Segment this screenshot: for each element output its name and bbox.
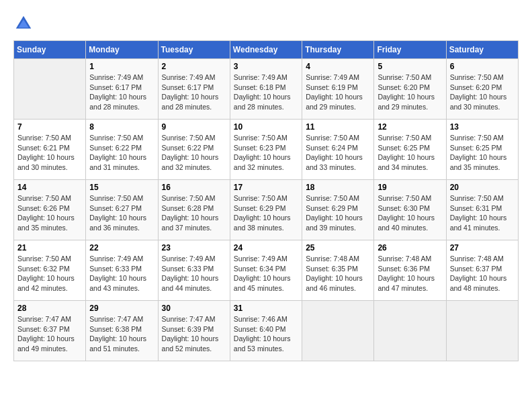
day-info: Sunrise: 7:50 AM Sunset: 6:20 PM Dayligh… (378, 73, 442, 112)
day-number: 30 (162, 304, 226, 313)
day-info: Sunrise: 7:49 AM Sunset: 6:19 PM Dayligh… (306, 73, 370, 112)
calendar-cell: 25Sunrise: 7:48 AM Sunset: 6:35 PM Dayli… (302, 240, 374, 301)
calendar-cell: 30Sunrise: 7:47 AM Sunset: 6:39 PM Dayli… (158, 301, 230, 361)
calendar-cell: 18Sunrise: 7:50 AM Sunset: 6:29 PM Dayli… (302, 180, 374, 240)
calendar-cell: 23Sunrise: 7:49 AM Sunset: 6:33 PM Dayli… (158, 240, 230, 301)
day-info: Sunrise: 7:49 AM Sunset: 6:33 PM Dayligh… (89, 254, 154, 293)
day-info: Sunrise: 7:50 AM Sunset: 6:20 PM Dayligh… (450, 73, 515, 112)
day-number: 11 (306, 122, 370, 132)
header-cell-saturday: Saturday (446, 41, 518, 59)
day-info: Sunrise: 7:50 AM Sunset: 6:32 PM Dayligh… (17, 254, 82, 293)
day-number: 18 (306, 183, 370, 192)
calendar-cell: 16Sunrise: 7:50 AM Sunset: 6:28 PM Dayli… (158, 180, 230, 240)
week-row-5: 28Sunrise: 7:47 AM Sunset: 6:37 PM Dayli… (14, 301, 519, 361)
calendar-cell: 4Sunrise: 7:49 AM Sunset: 6:19 PM Daylig… (302, 59, 374, 120)
calendar-cell: 12Sunrise: 7:50 AM Sunset: 6:25 PM Dayli… (374, 120, 446, 180)
header-cell-sunday: Sunday (14, 41, 86, 59)
day-info: Sunrise: 7:48 AM Sunset: 6:37 PM Dayligh… (450, 254, 515, 293)
logo (13, 13, 38, 34)
day-number: 15 (89, 183, 154, 192)
day-number: 13 (450, 122, 515, 132)
calendar-cell: 31Sunrise: 7:46 AM Sunset: 6:40 PM Dayli… (230, 301, 302, 361)
week-row-2: 7Sunrise: 7:50 AM Sunset: 6:21 PM Daylig… (14, 120, 519, 180)
day-number: 20 (450, 183, 515, 192)
week-row-4: 21Sunrise: 7:50 AM Sunset: 6:32 PM Dayli… (14, 240, 519, 301)
calendar-cell: 15Sunrise: 7:50 AM Sunset: 6:27 PM Dayli… (86, 180, 158, 240)
calendar-cell: 29Sunrise: 7:47 AM Sunset: 6:38 PM Dayli… (86, 301, 158, 361)
header-cell-tuesday: Tuesday (158, 41, 230, 59)
day-number: 25 (306, 243, 370, 253)
day-info: Sunrise: 7:50 AM Sunset: 6:31 PM Dayligh… (450, 193, 515, 233)
day-number: 4 (306, 62, 370, 71)
day-info: Sunrise: 7:50 AM Sunset: 6:26 PM Dayligh… (17, 193, 82, 233)
calendar-cell: 28Sunrise: 7:47 AM Sunset: 6:37 PM Dayli… (14, 301, 86, 361)
week-row-1: 1Sunrise: 7:49 AM Sunset: 6:17 PM Daylig… (14, 59, 519, 120)
day-info: Sunrise: 7:49 AM Sunset: 6:17 PM Dayligh… (89, 73, 154, 112)
day-info: Sunrise: 7:50 AM Sunset: 6:30 PM Dayligh… (378, 193, 442, 233)
day-number: 6 (450, 62, 515, 71)
calendar-cell: 1Sunrise: 7:49 AM Sunset: 6:17 PM Daylig… (86, 59, 158, 120)
calendar-cell: 24Sunrise: 7:49 AM Sunset: 6:34 PM Dayli… (230, 240, 302, 301)
day-number: 28 (17, 304, 82, 313)
calendar-cell: 14Sunrise: 7:50 AM Sunset: 6:26 PM Dayli… (14, 180, 86, 240)
day-number: 1 (89, 62, 154, 71)
day-number: 27 (450, 243, 515, 253)
day-number: 22 (89, 243, 154, 253)
calendar-table: SundayMondayTuesdayWednesdayThursdayFrid… (13, 40, 519, 361)
day-info: Sunrise: 7:50 AM Sunset: 6:29 PM Dayligh… (234, 193, 298, 233)
day-info: Sunrise: 7:50 AM Sunset: 6:28 PM Dayligh… (162, 193, 226, 233)
day-number: 31 (234, 304, 298, 313)
day-number: 16 (162, 183, 226, 192)
calendar-cell: 19Sunrise: 7:50 AM Sunset: 6:30 PM Dayli… (374, 180, 446, 240)
calendar-cell: 17Sunrise: 7:50 AM Sunset: 6:29 PM Dayli… (230, 180, 302, 240)
calendar-cell: 9Sunrise: 7:50 AM Sunset: 6:22 PM Daylig… (158, 120, 230, 180)
header-cell-thursday: Thursday (302, 41, 374, 59)
calendar-cell: 11Sunrise: 7:50 AM Sunset: 6:24 PM Dayli… (302, 120, 374, 180)
day-info: Sunrise: 7:47 AM Sunset: 6:39 PM Dayligh… (162, 314, 226, 354)
day-number: 17 (234, 183, 298, 192)
calendar-cell: 7Sunrise: 7:50 AM Sunset: 6:21 PM Daylig… (14, 120, 86, 180)
calendar-cell (302, 301, 374, 361)
day-info: Sunrise: 7:48 AM Sunset: 6:36 PM Dayligh… (378, 254, 442, 293)
day-info: Sunrise: 7:47 AM Sunset: 6:37 PM Dayligh… (17, 314, 82, 354)
day-number: 10 (234, 122, 298, 132)
day-info: Sunrise: 7:50 AM Sunset: 6:24 PM Dayligh… (306, 133, 370, 173)
day-info: Sunrise: 7:46 AM Sunset: 6:40 PM Dayligh… (234, 314, 298, 354)
calendar-cell: 6Sunrise: 7:50 AM Sunset: 6:20 PM Daylig… (446, 59, 518, 120)
day-number: 8 (89, 122, 154, 132)
day-number: 2 (162, 62, 226, 71)
day-info: Sunrise: 7:47 AM Sunset: 6:38 PM Dayligh… (89, 314, 154, 354)
calendar-cell: 13Sunrise: 7:50 AM Sunset: 6:25 PM Dayli… (446, 120, 518, 180)
calendar-cell: 5Sunrise: 7:50 AM Sunset: 6:20 PM Daylig… (374, 59, 446, 120)
calendar-cell: 20Sunrise: 7:50 AM Sunset: 6:31 PM Dayli… (446, 180, 518, 240)
day-number: 12 (378, 122, 442, 132)
logo-icon (13, 13, 34, 34)
calendar-cell: 26Sunrise: 7:48 AM Sunset: 6:36 PM Dayli… (374, 240, 446, 301)
day-number: 29 (89, 304, 154, 313)
week-row-3: 14Sunrise: 7:50 AM Sunset: 6:26 PM Dayli… (14, 180, 519, 240)
day-number: 14 (17, 183, 82, 192)
day-info: Sunrise: 7:50 AM Sunset: 6:27 PM Dayligh… (89, 193, 154, 233)
day-number: 24 (234, 243, 298, 253)
header-cell-friday: Friday (374, 41, 446, 59)
day-info: Sunrise: 7:49 AM Sunset: 6:18 PM Dayligh… (234, 73, 298, 112)
day-info: Sunrise: 7:48 AM Sunset: 6:35 PM Dayligh… (306, 254, 370, 293)
day-number: 5 (378, 62, 442, 71)
page-header (13, 13, 519, 34)
calendar-cell (446, 301, 518, 361)
calendar-cell: 21Sunrise: 7:50 AM Sunset: 6:32 PM Dayli… (14, 240, 86, 301)
day-info: Sunrise: 7:50 AM Sunset: 6:29 PM Dayligh… (306, 193, 370, 233)
day-info: Sunrise: 7:50 AM Sunset: 6:21 PM Dayligh… (17, 133, 82, 173)
day-info: Sunrise: 7:50 AM Sunset: 6:22 PM Dayligh… (89, 133, 154, 173)
calendar-cell: 10Sunrise: 7:50 AM Sunset: 6:23 PM Dayli… (230, 120, 302, 180)
day-number: 9 (162, 122, 226, 132)
header-cell-monday: Monday (86, 41, 158, 59)
header-row: SundayMondayTuesdayWednesdayThursdayFrid… (14, 41, 519, 59)
header-cell-wednesday: Wednesday (230, 41, 302, 59)
calendar-cell: 27Sunrise: 7:48 AM Sunset: 6:37 PM Dayli… (446, 240, 518, 301)
calendar-cell: 2Sunrise: 7:49 AM Sunset: 6:17 PM Daylig… (158, 59, 230, 120)
day-number: 23 (162, 243, 226, 253)
calendar-cell: 8Sunrise: 7:50 AM Sunset: 6:22 PM Daylig… (86, 120, 158, 180)
day-number: 3 (234, 62, 298, 71)
calendar-cell (374, 301, 446, 361)
